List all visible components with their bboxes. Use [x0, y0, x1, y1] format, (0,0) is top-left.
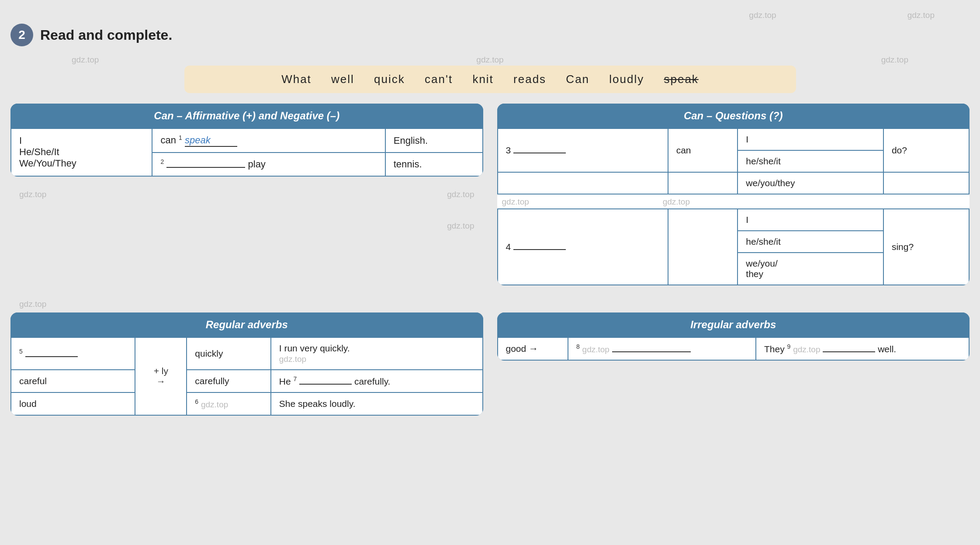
blank-9[interactable] [823, 351, 875, 352]
wb-quick: quick [374, 73, 405, 86]
q-subject-he: he/she/it [738, 150, 883, 172]
aff-can-speak-cell: can 1 speak [152, 128, 385, 153]
q-can-cell: can [668, 128, 738, 172]
blank-4[interactable] [513, 249, 566, 250]
aff-tennis-cell: tennis. [385, 153, 483, 176]
irr-good: good → [498, 337, 568, 360]
watermark-mid-left: gdz.top [19, 190, 46, 199]
wb-knit: knit [472, 73, 493, 86]
english-text: English. [394, 135, 428, 146]
adv-row-3: loud 6 gdz.top She speaks loudly. [11, 392, 483, 415]
q-can-spacer [668, 172, 738, 194]
q-row-1c: we/you/they [498, 172, 970, 194]
affirmative-box: Can – Affirmative (+) and Negative (–) I… [10, 104, 483, 177]
they-word: They [764, 344, 787, 354]
watermark-q-2: gdz.top [663, 197, 690, 206]
num-5: 5 [19, 348, 23, 355]
questions-box: Can – Questions (?) 3 can I [497, 104, 970, 285]
irregular-adverbs-header: Irregular adverbs [497, 312, 970, 337]
watermark-irr-9: gdz.top [793, 345, 820, 354]
quickly-word: quickly [195, 348, 223, 358]
arrow-text: → [156, 376, 166, 386]
watermark-mid-mid: gdz.top [447, 190, 474, 199]
he-word: He [279, 376, 294, 386]
exercise-title: Read and complete. [40, 27, 172, 43]
main-content: Can – Affirmative (+) and Negative (–) I… [10, 104, 970, 285]
blank-8[interactable] [612, 351, 691, 352]
num-6: 6 [195, 398, 198, 405]
well-word: well. [878, 344, 896, 354]
watermark-q-1: gdz.top [502, 197, 529, 206]
tennis-text: tennis. [394, 159, 422, 170]
num-4: 4 [506, 242, 511, 252]
exercise-number: 2 [10, 24, 33, 46]
watermark-top-2: gdz.top [907, 10, 935, 20]
q-do-cell: do? [883, 128, 969, 172]
irregular-adverbs-section: Irregular adverbs good → 8 gdz.top [497, 312, 970, 416]
aff-subject-col: I He/She/It We/You/They [11, 128, 152, 176]
blank-3[interactable] [513, 153, 566, 153]
wb-speak: speak [664, 73, 698, 86]
good-word: good [506, 344, 526, 354]
watermark-adv-1: gdz.top [279, 354, 306, 364]
carefully-word: carefully [195, 376, 229, 386]
do-word: do? [892, 145, 907, 155]
watermark-header-2: gdz.top [476, 55, 503, 65]
q-do-spacer [883, 172, 969, 194]
q-num3-cell: 3 [498, 128, 668, 172]
q-subject-we: we/you/they [738, 172, 883, 194]
q-blank4-can [668, 209, 738, 285]
q-num4-cell: 4 [498, 209, 668, 285]
example-1-text: I run very quickly. [279, 343, 350, 353]
q-subject-i-2: I [738, 209, 883, 231]
affirmative-header-text: Can – Affirmative (+) and Negative (–) [154, 110, 339, 121]
aff-english-cell: English. [385, 128, 483, 153]
watermark-irr-8: gdz.top [582, 345, 609, 354]
q-sing-cell: sing? [883, 209, 969, 285]
adv-base-loud: loud [11, 392, 135, 415]
adv-example-2: He 7 carefully. [271, 370, 483, 392]
loud-word: loud [19, 399, 37, 409]
q-num3-spacer [498, 172, 668, 194]
aff-cant-play-cell: 2 play [152, 153, 385, 176]
adv-base-careful: careful [11, 370, 135, 392]
watermark-mid-right: gdz.top [447, 221, 474, 231]
blank-5[interactable] [25, 356, 78, 357]
num-8: 8 [576, 343, 580, 350]
affirmative-header: Can – Affirmative (+) and Negative (–) [10, 104, 483, 128]
word-bank: What well quick can't knit reads Can lou… [184, 66, 796, 93]
adv-example-3: She speaks loudly. [271, 392, 483, 415]
regular-adverbs-header: Regular adverbs [10, 312, 483, 337]
blank-2[interactable] [166, 167, 245, 168]
adv-carefully: carefully [187, 370, 270, 392]
blank-1[interactable]: speak [185, 135, 237, 147]
exercise-header: 2 Read and complete. [10, 24, 970, 46]
regular-adverbs-box: Regular adverbs 5 + ly → quick [10, 312, 483, 416]
q-row-1a: 3 can I do? [498, 128, 970, 150]
word-bank-container: What well quick can't knit reads Can lou… [98, 66, 882, 93]
example-3-text: She speaks loudly. [279, 399, 356, 409]
right-panel: Can – Questions (?) 3 can I [497, 104, 970, 285]
wb-reads: reads [513, 73, 546, 86]
affirmative-table: I He/She/It We/You/They can 1 speak Engl… [10, 128, 483, 177]
q-row-2a: 4 I sing? [498, 209, 970, 231]
play-word: play [248, 159, 266, 170]
q-subject-we-2: we/you/ they [738, 253, 883, 285]
they: they [746, 269, 763, 279]
wb-cant: can't [425, 73, 453, 86]
regular-adverbs-section: Regular adverbs 5 + ly → quick [10, 312, 483, 416]
irr-example: They 9 gdz.top well. [756, 337, 969, 360]
can-word: can [160, 135, 176, 146]
subject-he: He/She/It [19, 146, 144, 158]
we-you: we/you/ [746, 258, 777, 268]
can-word-q: can [676, 145, 691, 155]
q-watermark-row: gdz.top gdz.top [498, 194, 970, 209]
adv-base-5: 5 [11, 337, 135, 370]
blank-7[interactable] [299, 384, 352, 385]
regular-adverbs-table: 5 + ly → quickly I run very quickly. [10, 337, 483, 416]
plus-ly-text: + ly [154, 366, 168, 376]
num-1: 1 [179, 134, 182, 141]
questions-table: 3 can I do? he/she/it [497, 128, 970, 285]
irregular-adverbs-title: Irregular adverbs [690, 319, 776, 330]
adv-row-1: 5 + ly → quickly I run very quickly. [11, 337, 483, 370]
